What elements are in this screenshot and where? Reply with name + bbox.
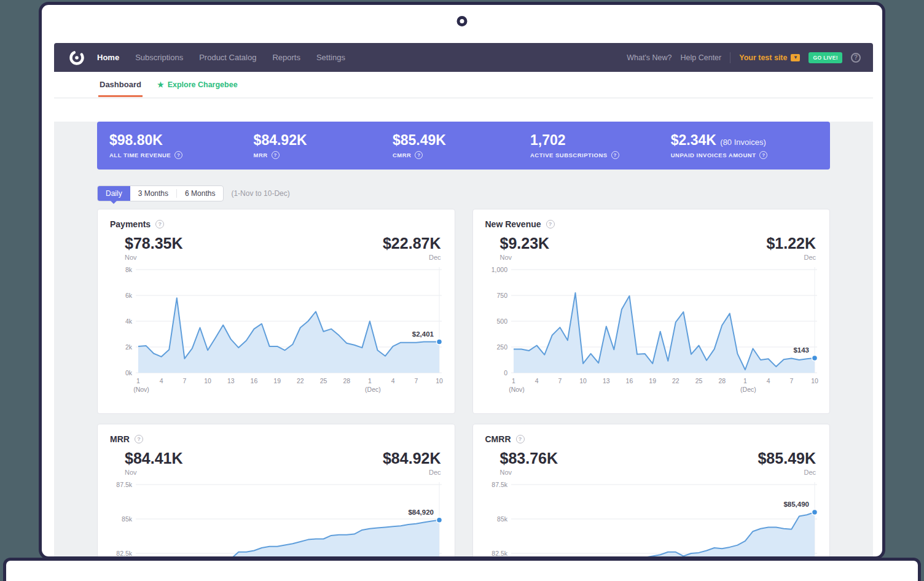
mrr-chart: 80k82.5k85k87.5k$84,9201(Nov)47101316192… — [110, 478, 445, 557]
dashboard-body: $98.80K ALL TIME REVENUE ? $84.92K MRR ? — [54, 122, 873, 556]
period-3-months-button[interactable]: 3 Months — [130, 186, 176, 201]
stat-value: $98.80K — [109, 132, 254, 148]
nov-label: Nov — [125, 469, 183, 476]
stat-value: $2.34K (80 Invoices) — [671, 132, 830, 148]
svg-text:22: 22 — [672, 377, 679, 384]
question-icon[interactable]: ? — [546, 220, 555, 228]
svg-text:7: 7 — [558, 377, 562, 384]
svg-text:1: 1 — [512, 377, 515, 384]
help-center-link[interactable]: Help Center — [681, 53, 722, 62]
tab-bar: Dashboard ★ Explore Chargebee — [54, 72, 873, 98]
svg-text:$143: $143 — [793, 346, 809, 353]
question-icon[interactable]: ? — [272, 151, 280, 159]
svg-text:13: 13 — [227, 377, 235, 384]
stat-value: $84.92K — [254, 132, 393, 148]
svg-text:25: 25 — [695, 377, 702, 384]
svg-text:4: 4 — [160, 377, 163, 384]
svg-text:28: 28 — [718, 377, 726, 384]
svg-text:7: 7 — [182, 377, 186, 384]
card-title: New Revenue — [485, 219, 541, 229]
card-title: Payments — [110, 219, 151, 229]
nav-item-settings[interactable]: Settings — [316, 53, 345, 62]
stat-label: MRR — [254, 152, 268, 158]
nav-item-reports[interactable]: Reports — [272, 53, 300, 62]
laptop-mockup: Home Subscriptions Product Catalog Repor… — [0, 0, 924, 581]
svg-text:1: 1 — [136, 377, 140, 384]
go-live-button[interactable]: GO LIVE! — [808, 52, 842, 63]
cmrr-card: CMRR ? $83.76K Nov $85.49K Dec — [472, 424, 831, 556]
tab-dashboard-label: Dashboard — [100, 80, 141, 89]
nav-item-product-catalog[interactable]: Product Catalog — [199, 53, 256, 62]
dec-label: Dec — [758, 469, 816, 476]
svg-text:0k: 0k — [125, 368, 133, 376]
svg-text:4: 4 — [766, 377, 770, 384]
chargebee-app: Home Subscriptions Product Catalog Repor… — [54, 43, 873, 556]
svg-text:(Dec): (Dec) — [365, 386, 381, 393]
nav-right-group: What's New? Help Center Your test site ▼… — [627, 52, 861, 63]
question-icon[interactable]: ? — [155, 220, 164, 228]
svg-text:82.5k: 82.5k — [116, 549, 132, 556]
stat-cmrr: $85.49K CMRR ? — [393, 132, 530, 158]
summary-banner: $98.80K ALL TIME REVENUE ? $84.92K MRR ? — [97, 122, 830, 170]
dec-label: Dec — [766, 254, 816, 261]
question-icon[interactable]: ? — [516, 435, 525, 443]
svg-text:0: 0 — [504, 368, 507, 376]
mrr-card: MRR ? $84.41K Nov $84.92K Dec — [97, 424, 455, 556]
nav-divider — [730, 52, 730, 63]
explore-chargebee-label: Explore Chargebee — [168, 80, 238, 89]
question-icon[interactable]: ? — [135, 435, 143, 443]
svg-text:10: 10 — [579, 377, 587, 384]
svg-text:7: 7 — [414, 377, 418, 384]
nov-value: $84.41K — [125, 450, 183, 467]
svg-text:4: 4 — [391, 377, 395, 384]
payments-chart: 0k2k4k6k8k$2,4011(Nov)47101316192225281(… — [110, 263, 445, 394]
nov-label: Nov — [500, 469, 558, 476]
svg-text:$85,490: $85,490 — [783, 501, 809, 508]
whats-new-link[interactable]: What's New? — [627, 53, 671, 62]
svg-text:10: 10 — [436, 377, 443, 384]
svg-text:25: 25 — [320, 377, 327, 384]
site-selector[interactable]: Your test site ▼ — [739, 53, 800, 62]
svg-text:$84,920: $84,920 — [408, 508, 434, 515]
svg-text:85k: 85k — [122, 515, 133, 522]
stat-value: $85.49K — [393, 132, 530, 148]
stat-all-time-revenue: $98.80K ALL TIME REVENUE ? — [109, 132, 254, 158]
svg-text:87.5k: 87.5k — [491, 480, 507, 488]
svg-text:2k: 2k — [125, 343, 133, 350]
svg-text:22: 22 — [297, 377, 304, 384]
stat-label: ALL TIME REVENUE — [109, 152, 171, 158]
svg-text:16: 16 — [625, 377, 633, 384]
question-icon[interactable]: ? — [611, 151, 619, 159]
period-filter-row: Daily 3 Months 6 Months (1-Nov to 10-Dec… — [97, 185, 830, 201]
chargebee-logo-icon[interactable] — [68, 49, 86, 67]
svg-text:(Dec): (Dec) — [740, 386, 756, 393]
question-icon[interactable]: ? — [415, 151, 423, 159]
period-daily-button[interactable]: Daily — [98, 186, 130, 201]
site-selector-label: Your test site — [739, 53, 787, 62]
help-icon[interactable]: ? — [851, 53, 861, 63]
explore-chargebee-link[interactable]: ★ Explore Chargebee — [157, 80, 238, 89]
nov-value: $9.23K — [500, 235, 550, 252]
question-icon[interactable]: ? — [174, 151, 182, 159]
svg-text:1: 1 — [743, 377, 747, 384]
nav-item-home[interactable]: Home — [97, 53, 119, 62]
period-segmented-control: Daily 3 Months 6 Months — [97, 185, 224, 201]
star-icon: ★ — [157, 81, 164, 88]
tab-dashboard[interactable]: Dashboard — [98, 72, 143, 97]
svg-text:19: 19 — [649, 377, 656, 384]
stat-mrr: $84.92K MRR ? — [254, 132, 393, 158]
svg-text:750: 750 — [496, 291, 507, 298]
chart-card-grid: Payments ? $78.35K Nov $22.87K Dec — [97, 209, 830, 556]
question-icon[interactable]: ? — [759, 151, 767, 159]
svg-text:19: 19 — [273, 377, 281, 384]
svg-text:10: 10 — [811, 377, 818, 384]
dec-label: Dec — [383, 254, 441, 261]
period-6-months-button[interactable]: 6 Months — [177, 186, 223, 201]
nav-item-subscriptions[interactable]: Subscriptions — [135, 53, 183, 62]
laptop-screen: Home Subscriptions Product Catalog Repor… — [39, 2, 885, 560]
svg-text:(Nov): (Nov) — [509, 386, 525, 393]
stat-label: UNPAID INVOICES AMOUNT — [671, 152, 756, 158]
svg-text:250: 250 — [496, 343, 507, 350]
stat-label: ACTIVE SUBSCRIPTIONS — [530, 152, 608, 158]
svg-text:4k: 4k — [125, 317, 133, 324]
